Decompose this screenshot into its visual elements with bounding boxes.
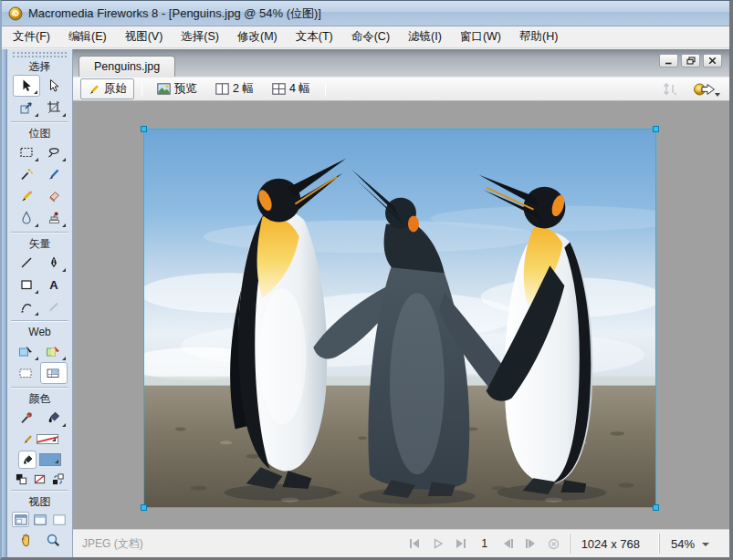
selection-handle-bottom-left[interactable]	[141, 504, 147, 511]
hand-tool[interactable]	[13, 529, 40, 551]
stroke-color-row	[7, 429, 72, 449]
fullscreen-menus-icon[interactable]	[31, 512, 48, 527]
fill-bucket-icon[interactable]	[18, 451, 37, 469]
window-title: Macromedia Fireworks 8 - [Penguins.jpg @…	[28, 5, 321, 22]
loop-icon[interactable]	[547, 536, 561, 551]
blur-tool[interactable]	[13, 207, 40, 229]
eraser-tool[interactable]	[40, 185, 68, 207]
freeform-tool[interactable]	[13, 296, 40, 317]
pointer-tool[interactable]	[13, 75, 40, 97]
canvas-size-indicator[interactable]: 1024 x 768	[570, 534, 651, 554]
title-bar[interactable]: Macromedia Fireworks 8 - [Penguins.jpg @…	[2, 1, 729, 26]
canvas-size-value: 1024 x 768	[581, 537, 640, 551]
menu-help[interactable]: 帮助(H)	[510, 26, 567, 47]
text-tool[interactable]: A	[40, 274, 68, 296]
two-up-icon	[215, 83, 229, 95]
last-frame-icon[interactable]	[454, 536, 468, 551]
selection-handle-bottom-right[interactable]	[653, 504, 659, 511]
section-divider	[11, 121, 68, 123]
status-bar: JPEG (文档) 1 10	[73, 529, 729, 557]
play-icon[interactable]	[431, 536, 445, 551]
penguins-image[interactable]	[143, 129, 656, 508]
file-type-label: JPEG (文档)	[73, 536, 143, 552]
menu-file[interactable]: 文件(F)	[4, 26, 59, 47]
lasso-tool[interactable]	[40, 141, 68, 163]
hotspot-tool[interactable]	[13, 340, 40, 362]
restore-icon[interactable]	[681, 54, 700, 67]
selection-handle-top-left[interactable]	[141, 126, 147, 132]
stroke-color-well[interactable]	[37, 434, 58, 444]
menu-text[interactable]: 文本(T)	[287, 26, 342, 47]
fullscreen-icon[interactable]	[50, 512, 68, 527]
preview-image-icon	[157, 83, 171, 95]
hide-slices-tool[interactable]	[13, 362, 40, 384]
document-tab-label: Penguins.jpg	[94, 60, 160, 73]
slice-tool[interactable]	[40, 340, 68, 362]
pen-tool[interactable]	[40, 252, 68, 274]
document-tab[interactable]: Penguins.jpg	[79, 56, 175, 77]
line-tool[interactable]	[13, 252, 40, 274]
preview-view-label: 预览	[174, 81, 197, 97]
preview-view-button[interactable]: 预览	[150, 78, 204, 99]
first-frame-icon[interactable]	[408, 536, 423, 551]
two-up-view-label: 2 幅	[233, 81, 254, 97]
menu-filters[interactable]: 滤镜(I)	[399, 26, 451, 47]
previous-frame-icon[interactable]	[501, 536, 516, 551]
rectangle-tool[interactable]	[13, 274, 40, 296]
brush-tool[interactable]	[40, 163, 68, 185]
menu-select[interactable]: 选择(S)	[172, 26, 228, 47]
svg-text:A: A	[49, 278, 58, 292]
dock-arrows-icon[interactable]	[662, 82, 678, 97]
menu-view[interactable]: 视图(V)	[116, 26, 173, 47]
zoom-level-dropdown[interactable]: 54%	[659, 534, 720, 554]
section-title-colors: 颜色	[7, 391, 72, 407]
canvas-area[interactable]	[73, 101, 729, 529]
four-up-view-label: 4 幅	[289, 81, 310, 97]
section-divider	[11, 387, 68, 389]
section-divider	[11, 320, 68, 322]
rubber-stamp-tool[interactable]	[40, 207, 68, 229]
four-up-view-button[interactable]: 4 幅	[265, 78, 318, 99]
default-colors-icon[interactable]	[14, 472, 29, 486]
fill-color-well[interactable]	[39, 453, 61, 466]
next-frame-icon[interactable]	[524, 536, 539, 551]
marquee-tool[interactable]	[13, 141, 40, 163]
original-view-button[interactable]: 原始	[80, 78, 134, 99]
zoom-level-value: 54%	[671, 537, 695, 551]
standard-screen-icon[interactable]	[12, 512, 29, 527]
four-up-icon	[272, 83, 286, 95]
zoom-tool[interactable]	[40, 529, 68, 551]
two-up-view-button[interactable]: 2 幅	[208, 78, 261, 99]
stroke-pencil-icon[interactable]	[22, 433, 34, 445]
frame-number: 1	[476, 537, 493, 550]
pencil-tool[interactable]	[13, 185, 40, 207]
swap-colors-icon[interactable]	[50, 472, 66, 486]
minimize-icon[interactable]	[659, 54, 678, 67]
section-title-bitmap: 位图	[7, 126, 72, 141]
menu-window[interactable]: 窗口(W)	[451, 26, 510, 47]
fireworks-logo-icon	[8, 6, 23, 21]
menu-modify[interactable]: 修改(M)	[228, 26, 287, 47]
view-toolbar: 原始 预览 2 幅 4 幅	[73, 77, 729, 101]
quick-export-icon[interactable]	[693, 82, 717, 97]
menu-commands[interactable]: 命令(C)	[342, 26, 399, 47]
section-title-vector: 矢量	[7, 236, 72, 252]
knife-tool[interactable]	[40, 296, 68, 317]
chevron-down-icon	[702, 543, 709, 546]
original-view-label: 原始	[104, 81, 127, 97]
subselection-tool[interactable]	[40, 75, 68, 97]
panel-gripper[interactable]	[13, 52, 67, 57]
paint-bucket-tool[interactable]	[40, 407, 68, 429]
crop-tool[interactable]	[40, 97, 68, 119]
show-slices-tool[interactable]	[40, 362, 68, 384]
scale-tool[interactable]	[13, 97, 40, 119]
selection-handle-top-right[interactable]	[653, 126, 659, 132]
close-icon[interactable]	[703, 54, 722, 67]
magic-wand-tool[interactable]	[13, 163, 40, 185]
eyedropper-tool[interactable]	[13, 407, 40, 429]
section-title-web: Web	[7, 325, 72, 340]
menu-edit[interactable]: 编辑(E)	[59, 26, 116, 47]
section-title-select: 选择	[7, 59, 72, 75]
menu-bar: 文件(F) 编辑(E) 视图(V) 选择(S) 修改(M) 文本(T) 命令(C…	[2, 26, 729, 48]
no-color-icon[interactable]	[32, 472, 47, 486]
